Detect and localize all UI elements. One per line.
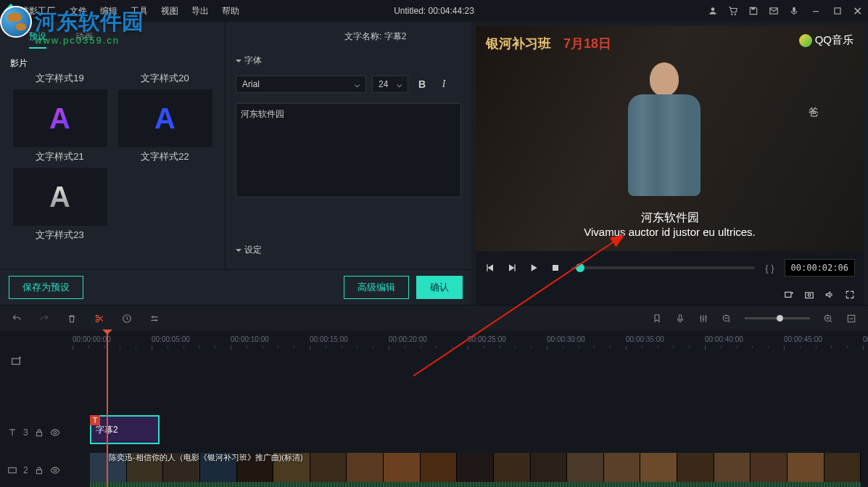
video-preview[interactable]: 银河补习班 7月18日 QQ音乐 爸爸 河东软件园 Vivamus auctor… xyxy=(476,26,864,251)
font-name-select[interactable]: Arial ⌵ xyxy=(236,75,366,93)
save-preset-button[interactable]: 保存为预设 xyxy=(9,276,83,299)
minimize-button[interactable]: － xyxy=(809,2,822,20)
mic-icon[interactable] xyxy=(789,6,799,16)
close-button[interactable]: ✕ xyxy=(853,4,862,18)
redo-button[interactable] xyxy=(39,314,49,324)
play-button[interactable] xyxy=(528,262,540,274)
zoom-in-button[interactable] xyxy=(823,314,833,324)
side-tab-video[interactable]: 影片 xyxy=(4,54,33,73)
snapshot-icon[interactable] xyxy=(804,290,814,300)
font-size-select[interactable]: 24 ⌵ xyxy=(372,75,408,93)
zoom-slider[interactable] xyxy=(745,317,810,319)
menu-edit[interactable]: 编辑 xyxy=(100,5,117,17)
cart-icon[interactable] xyxy=(728,6,738,16)
text-properties: 文字名称: 字幕2 字体 Arial ⌵ 24 ⌵ B I xyxy=(225,22,471,269)
timeline: 00:00:00:0000:00:05:0000:00:10:0000:00:1… xyxy=(0,331,868,487)
track-2[interactable]: 陈奕迅-相信你的人（电影《银河补习班》推广曲)(标清) xyxy=(73,453,861,482)
topbar: 喵影工厂 文件 编辑 工具 视图 导出 帮助 Untitled: 00:04:4… xyxy=(0,0,868,22)
app-logo-icon xyxy=(4,4,18,18)
svg-point-20 xyxy=(54,469,57,472)
sub-tab-animation[interactable]: 动画 xyxy=(75,30,93,49)
advanced-edit-button[interactable]: 高级编辑 xyxy=(344,276,409,299)
italic-button[interactable]: I xyxy=(436,78,452,90)
text-content-input[interactable]: 河东软件园 xyxy=(236,103,461,197)
adjust-button[interactable] xyxy=(149,314,160,324)
account-icon[interactable] xyxy=(708,6,718,16)
lock-icon[interactable] xyxy=(34,427,44,438)
maximize-button[interactable] xyxy=(832,6,843,16)
app-name: 喵影工厂 xyxy=(20,5,55,17)
timecode-display[interactable]: 00:00:02:06 xyxy=(785,259,855,277)
svg-rect-8 xyxy=(806,292,814,298)
section-font[interactable]: 字体 xyxy=(236,54,461,67)
text-track-icon xyxy=(7,427,17,438)
ruler-tick: 00:00:30:00 xyxy=(547,335,585,343)
ruler-tick: 00:00:05:00 xyxy=(152,335,190,343)
svg-rect-11 xyxy=(679,314,682,319)
style-item-22[interactable]: A 文字样式22 xyxy=(112,89,218,163)
video-clip[interactable]: 陈奕迅-相信你的人（电影《银河补习班》推广曲)(标清) xyxy=(90,453,861,482)
stop-button[interactable] xyxy=(550,262,561,274)
ruler-tick: 00:00:45:00 xyxy=(784,335,822,343)
marker-button[interactable] xyxy=(652,314,662,324)
add-track-button[interactable] xyxy=(10,356,22,369)
menu-tools[interactable]: 工具 xyxy=(131,5,148,17)
playhead[interactable] xyxy=(107,331,108,487)
speed-button[interactable] xyxy=(122,314,132,324)
chevron-down-icon: ⌵ xyxy=(355,79,360,89)
record-vo-button[interactable] xyxy=(675,314,685,324)
svg-rect-15 xyxy=(12,359,20,364)
menu-help[interactable]: 帮助 xyxy=(222,5,239,17)
svg-point-0 xyxy=(711,7,715,11)
prev-frame-button[interactable] xyxy=(484,262,496,274)
zoom-out-button[interactable] xyxy=(722,314,732,324)
time-ruler[interactable]: 00:00:00:0000:00:05:0000:00:10:0000:00:1… xyxy=(73,331,868,351)
document-title: Untitled: 00:04:44:23 xyxy=(394,6,474,16)
delete-button[interactable] xyxy=(67,314,77,324)
text-clip[interactable]: T 字幕2 xyxy=(90,415,160,444)
style-item-23[interactable]: A 文字样式23 xyxy=(7,168,112,242)
quality-icon[interactable] xyxy=(784,290,794,300)
player-controls: { } 00:00:02:06 xyxy=(476,251,864,285)
video-track-icon xyxy=(7,465,17,475)
playback-progress[interactable] xyxy=(571,266,755,269)
volume-icon[interactable] xyxy=(824,290,835,300)
ruler-tick: 00:00:10:00 xyxy=(231,335,269,343)
fullscreen-icon[interactable] xyxy=(845,290,855,300)
track-2-header: 2 xyxy=(7,456,65,485)
lock-icon[interactable] xyxy=(34,465,44,475)
zoom-fit-button[interactable] xyxy=(846,314,856,324)
style-item-21[interactable]: A 文字样式21 xyxy=(7,89,112,163)
save-icon[interactable] xyxy=(748,6,759,16)
subtitle-overlay: 河东软件园 Vivamus auctor id justor eu ultric… xyxy=(476,210,864,238)
style-item-20[interactable]: 文字样式20 xyxy=(112,57,218,85)
ruler-tick: 00:00:20:00 xyxy=(389,335,427,343)
mail-icon[interactable] xyxy=(769,6,779,16)
track-3-header: 3 xyxy=(7,418,65,447)
ruler-tick: 00:00:35:00 xyxy=(626,335,664,343)
svg-point-17 xyxy=(54,431,57,434)
menu-file[interactable]: 文件 xyxy=(70,5,87,17)
qq-music-icon xyxy=(799,34,812,47)
eye-icon[interactable] xyxy=(50,465,60,475)
marker-braces[interactable]: { } xyxy=(765,263,774,274)
menu-view[interactable]: 视图 xyxy=(161,5,178,17)
movie-title-overlay: 银河补习班 7月18日 xyxy=(486,35,611,52)
next-frame-button[interactable] xyxy=(506,262,518,274)
svg-point-9 xyxy=(808,294,811,297)
svg-rect-4 xyxy=(835,8,840,14)
svg-rect-6 xyxy=(785,292,791,298)
mixer-button[interactable] xyxy=(698,314,708,324)
audio-waveform xyxy=(90,482,861,487)
split-button[interactable] xyxy=(94,314,104,324)
section-settings[interactable]: 设定 xyxy=(236,244,461,256)
track-3[interactable]: T 字幕2 xyxy=(73,415,861,444)
confirm-button[interactable]: 确认 xyxy=(416,276,463,299)
ruler-tick: 00:00:50:00 xyxy=(863,335,868,343)
eye-icon[interactable] xyxy=(50,427,60,438)
main-menu: 文件 编辑 工具 视图 导出 帮助 xyxy=(70,5,239,17)
bold-button[interactable]: B xyxy=(414,78,430,90)
svg-rect-19 xyxy=(36,470,41,473)
undo-button[interactable] xyxy=(12,314,22,324)
menu-export[interactable]: 导出 xyxy=(191,5,209,17)
